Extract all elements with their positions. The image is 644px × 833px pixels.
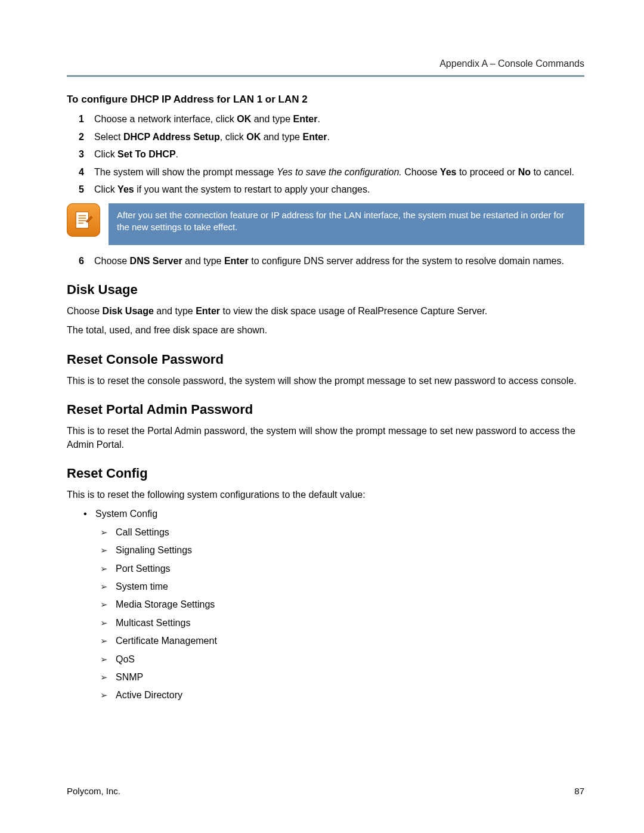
footer-page-number: 87 [574, 786, 584, 796]
list-item-label: System Config [95, 509, 157, 519]
disk-usage-p2: The total, used, and free disk space are… [67, 324, 584, 337]
note-icon [67, 203, 100, 237]
procedure-steps: 1Choose a network interface, click OK an… [67, 113, 584, 196]
reset-config-list: System Config Call SettingsSignaling Set… [67, 507, 584, 702]
list-item: QoS [116, 653, 584, 666]
reset-console-p: This is to reset the console password, t… [67, 374, 584, 388]
footer-company: Polycom, Inc. [67, 786, 120, 796]
procedure-step: 1Choose a network interface, click OK an… [82, 113, 584, 126]
procedure-step-6: 6Choose DNS Server and type Enter to con… [67, 255, 584, 268]
section-title-reset-console: Reset Console Password [67, 352, 584, 367]
list-item: Certificate Management [116, 634, 584, 648]
list-item: System Config Call SettingsSignaling Set… [95, 507, 584, 702]
section-title-reset-portal: Reset Portal Admin Password [67, 402, 584, 417]
header-rule [67, 75, 584, 77]
svg-rect-0 [76, 212, 88, 228]
procedure-step: 3Click Set To DHCP. [82, 148, 584, 161]
list-item: Multicast Settings [116, 617, 584, 630]
procedure-step: 6Choose DNS Server and type Enter to con… [82, 255, 584, 268]
list-item: Call Settings [116, 526, 584, 539]
reset-config-p: This is to reset the following system co… [67, 488, 584, 501]
document-page: Appendix A – Console Commands To configu… [0, 0, 644, 702]
list-item: Active Directory [116, 689, 584, 702]
page-footer: Polycom, Inc. 87 [67, 786, 584, 796]
section-title-disk-usage: Disk Usage [67, 282, 584, 298]
section-title-reset-config: Reset Config [67, 466, 584, 481]
running-head: Appendix A – Console Commands [67, 58, 584, 69]
procedure-title: To configure DHCP IP Address for LAN 1 o… [67, 94, 584, 106]
list-item: SNMP [116, 671, 584, 684]
procedure-step: 5Click Yes if you want the system to res… [82, 183, 584, 196]
reset-portal-p: This is to reset the Portal Admin passwo… [67, 425, 584, 451]
list-item: Port Settings [116, 562, 584, 575]
disk-usage-p1: Choose Disk Usage and type Enter to view… [67, 305, 584, 318]
list-item: System time [116, 580, 584, 593]
list-item: Media Storage Settings [116, 598, 584, 611]
list-item: Signaling Settings [116, 544, 584, 557]
note-callout: After you set the connection feature or … [67, 203, 584, 246]
reset-config-sublist: Call SettingsSignaling SettingsPort Sett… [95, 526, 584, 702]
procedure-step: 4The system will show the prompt message… [82, 166, 584, 179]
note-text: After you set the connection feature or … [109, 203, 584, 246]
procedure-step: 2Select DHCP Address Setup, click OK and… [82, 131, 584, 144]
